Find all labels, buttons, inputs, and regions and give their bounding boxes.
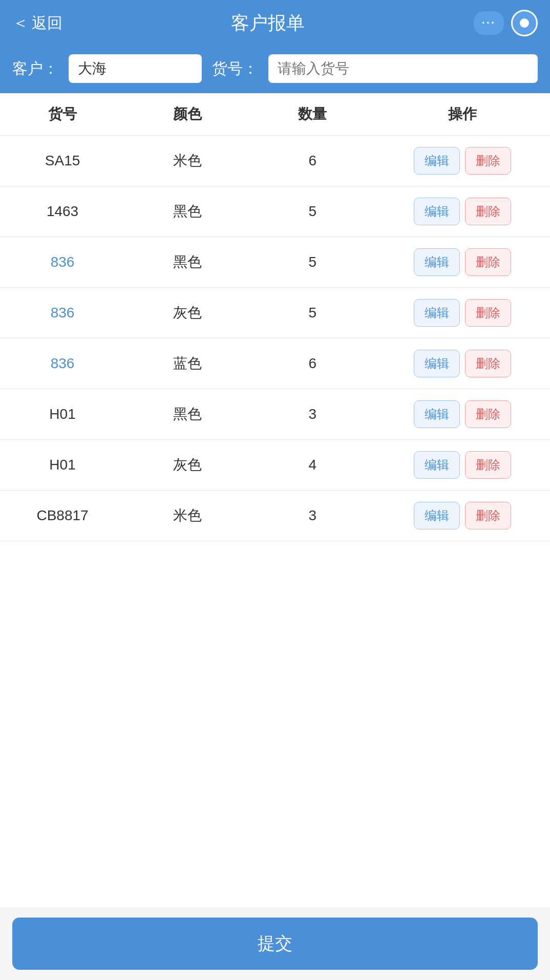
header-actions: ··· [474, 10, 538, 36]
cell-actions: 编辑 删除 [375, 389, 550, 439]
cell-color: 灰色 [125, 444, 250, 486]
delete-button[interactable]: 删除 [465, 248, 511, 276]
cell-qty: 5 [250, 192, 375, 231]
product-input[interactable] [268, 54, 538, 83]
table-row: 836 灰色 5 编辑 删除 [0, 288, 550, 338]
content-area [0, 541, 550, 951]
edit-button[interactable]: 编辑 [414, 147, 460, 175]
submit-bar: 提交 [0, 907, 550, 980]
cell-color: 黑色 [125, 190, 250, 232]
cell-id: 836 [0, 243, 125, 282]
cell-qty: 3 [250, 496, 375, 535]
record-icon [520, 18, 529, 28]
search-bar: 客户： 货号： [0, 46, 550, 93]
cell-id: 836 [0, 344, 125, 383]
cell-id: H01 [0, 445, 125, 484]
delete-button[interactable]: 删除 [465, 502, 511, 529]
table-row: H01 灰色 4 编辑 删除 [0, 440, 550, 491]
cell-actions: 编辑 删除 [375, 491, 550, 541]
edit-button[interactable]: 编辑 [414, 451, 460, 479]
cell-color: 黑色 [125, 393, 250, 435]
cell-color: 米色 [125, 140, 250, 182]
cell-actions: 编辑 删除 [375, 237, 550, 287]
cell-id: H01 [0, 395, 125, 434]
edit-button[interactable]: 编辑 [414, 299, 460, 327]
col-header-qty: 数量 [250, 93, 375, 135]
cell-id: CB8817 [0, 496, 125, 535]
col-header-color: 颜色 [125, 93, 250, 135]
delete-button[interactable]: 删除 [465, 350, 511, 377]
order-table: 货号 颜色 数量 操作 SA15 米色 6 编辑 删除 1463 黑色 5 编辑… [0, 93, 550, 541]
record-button[interactable] [511, 10, 538, 36]
edit-button[interactable]: 编辑 [414, 198, 460, 225]
table-body: SA15 米色 6 编辑 删除 1463 黑色 5 编辑 删除 836 黑色 5… [0, 136, 550, 541]
cell-actions: 编辑 删除 [375, 186, 550, 237]
cell-actions: 编辑 删除 [375, 136, 550, 186]
cell-actions: 编辑 删除 [375, 288, 550, 338]
back-arrow-icon: ＜ [12, 12, 29, 34]
table-row: 836 蓝色 6 编辑 删除 [0, 338, 550, 389]
header: ＜ 返回 客户报单 ··· [0, 0, 550, 46]
cell-qty: 6 [250, 344, 375, 383]
cell-color: 蓝色 [125, 343, 250, 385]
cell-actions: 编辑 删除 [375, 440, 550, 490]
cell-qty: 6 [250, 141, 375, 180]
delete-button[interactable]: 删除 [465, 299, 511, 327]
more-icon: ··· [482, 16, 496, 30]
edit-button[interactable]: 编辑 [414, 350, 460, 377]
cell-qty: 3 [250, 395, 375, 434]
table-row: 836 黑色 5 编辑 删除 [0, 237, 550, 288]
more-button[interactable]: ··· [474, 11, 504, 35]
submit-button[interactable]: 提交 [12, 918, 538, 970]
cell-actions: 编辑 删除 [375, 338, 550, 389]
delete-button[interactable]: 删除 [465, 451, 511, 479]
table-header: 货号 颜色 数量 操作 [0, 93, 550, 136]
page-title: 客户报单 [231, 11, 305, 36]
edit-button[interactable]: 编辑 [414, 502, 460, 529]
delete-button[interactable]: 删除 [465, 198, 511, 225]
cell-id: SA15 [0, 141, 125, 180]
table-row: H01 黑色 3 编辑 删除 [0, 389, 550, 440]
cell-color: 米色 [125, 495, 250, 537]
product-label: 货号： [212, 58, 258, 79]
cell-color: 灰色 [125, 292, 250, 334]
delete-button[interactable]: 删除 [465, 147, 511, 175]
cell-qty: 4 [250, 445, 375, 484]
customer-label: 客户： [12, 58, 58, 79]
delete-button[interactable]: 删除 [465, 400, 511, 428]
customer-input[interactable] [69, 54, 202, 83]
back-label: 返回 [32, 13, 62, 34]
cell-qty: 5 [250, 293, 375, 332]
table-row: 1463 黑色 5 编辑 删除 [0, 186, 550, 237]
back-button[interactable]: ＜ 返回 [12, 12, 62, 34]
cell-qty: 5 [250, 243, 375, 282]
edit-button[interactable]: 编辑 [414, 400, 460, 428]
edit-button[interactable]: 编辑 [414, 248, 460, 276]
cell-id: 836 [0, 293, 125, 332]
col-header-action: 操作 [375, 93, 550, 135]
table-row: CB8817 米色 3 编辑 删除 [0, 491, 550, 541]
cell-color: 黑色 [125, 241, 250, 283]
table-row: SA15 米色 6 编辑 删除 [0, 136, 550, 186]
cell-id: 1463 [0, 192, 125, 231]
col-header-id: 货号 [0, 93, 125, 135]
